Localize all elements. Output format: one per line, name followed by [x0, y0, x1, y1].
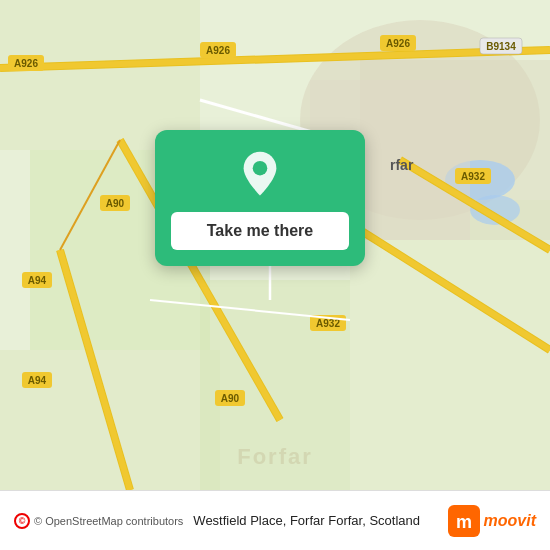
location-text: Westfield Place, Forfar Forfar, Scotland	[193, 513, 437, 528]
moovit-label: moovit	[484, 512, 536, 530]
take-me-there-button[interactable]: Take me there	[171, 212, 349, 250]
svg-text:A926: A926	[206, 45, 230, 56]
svg-point-47	[253, 161, 268, 176]
osm-text: © OpenStreetMap contributors	[34, 515, 183, 527]
svg-text:m: m	[456, 512, 472, 532]
svg-text:rfar: rfar	[390, 157, 414, 173]
svg-text:A90: A90	[221, 393, 240, 404]
svg-text:A926: A926	[14, 58, 38, 69]
svg-text:A90: A90	[106, 198, 125, 209]
location-pin-icon	[235, 150, 285, 200]
svg-text:A94: A94	[28, 375, 47, 386]
svg-text:B9134: B9134	[486, 41, 516, 52]
osm-logo: ©	[14, 513, 30, 529]
popup-card: Take me there	[155, 130, 365, 266]
map-container: A926 A926 A926 B9134 A90 A90 A94 A94	[0, 0, 550, 490]
svg-text:A94: A94	[28, 275, 47, 286]
moovit-logo: m moovit	[448, 505, 536, 537]
osm-credit: © © OpenStreetMap contributors	[14, 513, 183, 529]
moovit-m-icon: m	[448, 505, 480, 537]
bottom-bar: © © OpenStreetMap contributors Westfield…	[0, 490, 550, 550]
svg-rect-1	[0, 0, 200, 150]
svg-text:A932: A932	[461, 171, 485, 182]
svg-text:A926: A926	[386, 38, 410, 49]
